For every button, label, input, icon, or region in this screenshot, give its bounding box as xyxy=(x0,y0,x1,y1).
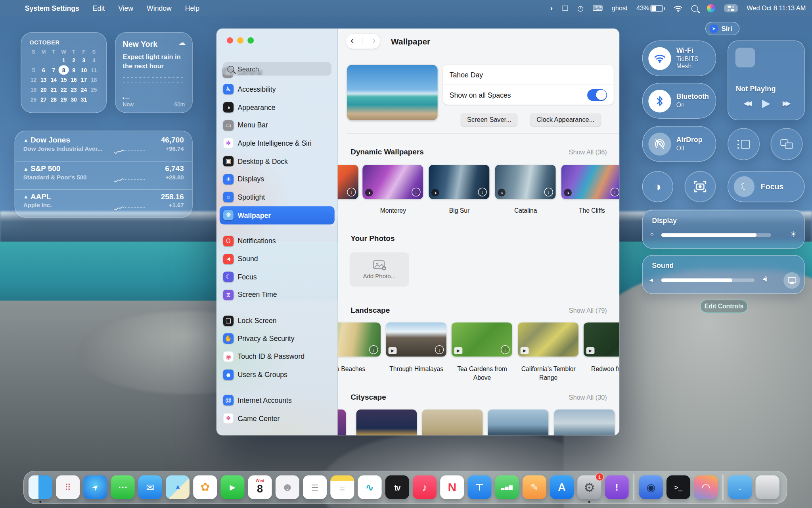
download-icon[interactable]: ↓ xyxy=(611,188,619,196)
zoom-button[interactable] xyxy=(247,37,254,44)
display-contrast-icon[interactable]: ◑ xyxy=(549,4,553,12)
wallpaper-thumb-city[interactable] xyxy=(422,410,483,435)
dock-mail[interactable]: ✉ xyxy=(138,475,162,499)
dock-appstore[interactable]: A xyxy=(550,475,574,499)
dock-reminders[interactable]: ☰ xyxy=(303,475,327,499)
dock-freeform[interactable]: ∿ xyxy=(358,475,382,499)
battery-indicator[interactable]: 43% xyxy=(636,5,665,12)
sidebar-item-menu-bar[interactable]: ▭ Menu Bar xyxy=(220,116,335,134)
add-photo-button[interactable]: Add Photo... xyxy=(350,252,409,287)
back-button[interactable]: ‹ xyxy=(350,35,354,46)
sidebar-item-focus[interactable]: ☾ Focus xyxy=(220,268,335,286)
wallpaper-thumb-city[interactable] xyxy=(356,410,417,435)
wifi-icon[interactable] xyxy=(674,5,682,12)
search-input[interactable]: Search xyxy=(223,62,331,76)
keyboard-icon[interactable]: ⌨ xyxy=(592,4,603,12)
show-all-dynamic[interactable]: Show All (36) xyxy=(569,149,607,156)
dock-safari[interactable]: ➤ xyxy=(83,475,107,499)
siri-pill[interactable]: ➤ Siri xyxy=(705,22,739,35)
dock-music[interactable]: ♪ xyxy=(413,475,437,499)
fast-forward-button[interactable]: ▶▶ xyxy=(783,99,789,107)
menu-app-name[interactable]: System Settings xyxy=(25,4,79,12)
wallpaper-thumb-tea-gardens[interactable]: ▶↓ xyxy=(452,322,512,356)
rewind-button[interactable]: ◀◀ xyxy=(743,99,750,107)
stock-row[interactable]: ▲S&P 500 6,743 Standard & Poor's 500 +28… xyxy=(15,161,192,189)
download-icon[interactable]: ↓ xyxy=(369,345,378,354)
download-icon[interactable]: ↓ xyxy=(478,188,487,196)
accessibility-shortcuts-button[interactable]: ◑ xyxy=(642,171,673,202)
dock-contacts[interactable]: ☻ xyxy=(276,475,299,499)
wifi-tile[interactable]: Wi-Fi TidBITS Mesh xyxy=(642,40,716,76)
edit-controls-button[interactable]: Edit Controls xyxy=(700,300,748,313)
dock-maps[interactable]: ➤ xyxy=(166,475,190,499)
show-on-all-spaces-toggle[interactable] xyxy=(587,89,607,101)
download-icon[interactable]: ↓ xyxy=(501,345,509,354)
wallpaper-thumb-city[interactable] xyxy=(488,410,548,435)
media-tile[interactable]: Not Playing ◀◀ ▶ ▶▶ xyxy=(728,40,805,120)
dock-finder[interactable] xyxy=(29,475,52,499)
sidebar-item-spotlight[interactable]: ○ Spotlight xyxy=(220,188,335,206)
menu-help[interactable]: Help xyxy=(185,4,199,12)
dock-divider[interactable] xyxy=(633,474,634,500)
clock-appearance-button[interactable]: Clock Appearance... xyxy=(530,114,600,126)
download-icon[interactable]: ↓ xyxy=(412,188,420,196)
dock-notes[interactable]: ≡ xyxy=(330,475,354,499)
screen-saver-button[interactable]: Screen Saver... xyxy=(461,114,517,126)
spotlight-search-icon[interactable] xyxy=(691,5,698,12)
wallpaper-thumb-catalina[interactable]: ◑↓ xyxy=(495,165,556,199)
dock-launchpad[interactable]: ⠿ xyxy=(56,475,80,499)
stock-row[interactable]: ▲Dow Jones 46,700 Dow Jones Industrial A… xyxy=(15,133,192,162)
menu-edit[interactable]: Edit xyxy=(93,4,105,12)
clock-alarm-icon[interactable]: ◷ xyxy=(577,4,584,12)
download-icon[interactable]: ↓ xyxy=(435,345,444,354)
volume-slider[interactable] xyxy=(661,278,755,282)
sidebar-item-touch-id[interactable]: ◉ Touch ID & Password xyxy=(220,348,335,366)
sidebar-item-appearance[interactable]: ◑ Appearance xyxy=(220,98,335,116)
dock-photos[interactable]: ✿ xyxy=(193,475,217,499)
dock-feedback-assistant[interactable]: ! xyxy=(605,475,629,499)
show-all-cityscape[interactable]: Show All (30) xyxy=(569,394,607,401)
sidebar-item-screen-time[interactable]: ⧖ Screen Time xyxy=(220,286,335,304)
menu-clock[interactable]: Wed Oct 8 11:13 AM xyxy=(747,5,806,12)
airplay-button[interactable] xyxy=(783,272,800,289)
brightness-slider[interactable] xyxy=(661,233,771,237)
dock-appletv[interactable]: tv xyxy=(385,475,409,499)
wallpaper-thumb-beaches[interactable]: ↓ xyxy=(338,322,381,356)
minimize-button[interactable] xyxy=(237,37,243,44)
sidebar-item-accessibility[interactable]: ♿ Accessibility xyxy=(220,80,335,98)
sidebar-item-displays[interactable]: ☀ Displays xyxy=(220,170,335,188)
user-menu[interactable]: ghost xyxy=(612,5,628,12)
focus-tile[interactable]: ☾ Focus xyxy=(728,171,805,202)
sidebar-item-privacy-security[interactable]: ✋ Privacy & Security xyxy=(220,330,335,348)
dock-app-gradient[interactable]: ◠ xyxy=(694,475,718,499)
dock-divider[interactable] xyxy=(722,474,724,500)
menu-window[interactable]: Window xyxy=(147,4,172,12)
sidebar-item-desktop-dock[interactable]: ▣ Desktop & Dock xyxy=(220,152,335,170)
dock-downloads[interactable]: ↓ xyxy=(728,475,752,499)
current-wallpaper-preview[interactable] xyxy=(347,65,438,120)
sidebar-item-notifications[interactable]: Ω Notifications xyxy=(220,232,335,250)
airdrop-tile[interactable]: AirDrop Off xyxy=(642,126,716,162)
siri-icon[interactable] xyxy=(707,4,715,12)
close-button[interactable] xyxy=(227,37,233,44)
dock-pages[interactable]: ✎ xyxy=(523,475,546,499)
menu-view[interactable]: View xyxy=(118,4,133,12)
show-all-landscape[interactable]: Show All (79) xyxy=(569,307,607,314)
wallpaper-thumb-redwoods[interactable]: ▶ xyxy=(584,322,619,356)
dock-news[interactable]: N xyxy=(440,475,464,499)
dock-messages[interactable]: … xyxy=(111,475,135,499)
wallpaper-thumb-monterey[interactable]: ◑↓ xyxy=(362,165,423,199)
wallpaper-thumb-partial[interactable]: ↓ xyxy=(338,165,358,199)
screenshot-button[interactable] xyxy=(685,171,716,202)
stage-manager-button[interactable] xyxy=(728,128,760,160)
calendar-widget[interactable]: OCTOBER SMTWTFS 123456789101112131415161… xyxy=(21,32,107,113)
weather-widget[interactable]: New York ☁ Expect light rain in the next… xyxy=(115,32,193,113)
sidebar-item-sound[interactable]: ◀) Sound xyxy=(220,250,335,268)
sidebar-item-internet-accounts[interactable]: @ Internet Accounts xyxy=(220,391,335,409)
dock-numbers[interactable]: ▃▅▇ xyxy=(495,475,519,499)
wallpaper-thumb-temblor-range[interactable]: ▶ xyxy=(518,322,578,356)
sidebar-item-users-groups[interactable]: ☻ Users & Groups xyxy=(220,366,335,383)
wallpaper-thumb-the-cliffs[interactable]: ◑↓ xyxy=(561,165,619,199)
stocks-widget[interactable]: ▲Dow Jones 46,700 Dow Jones Industrial A… xyxy=(15,131,193,217)
dock-facetime[interactable]: ▶ xyxy=(220,475,244,499)
